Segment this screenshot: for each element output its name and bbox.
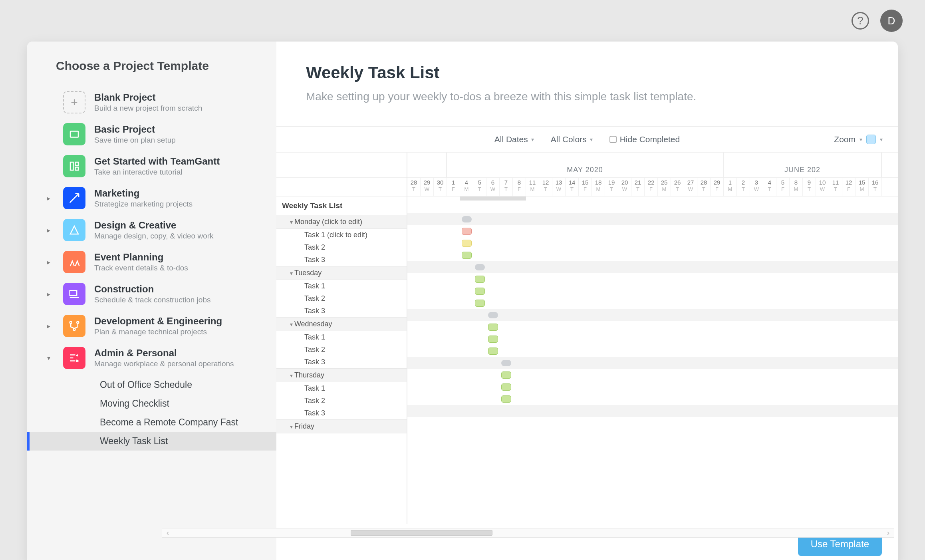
svg-rect-4 (70, 290, 77, 296)
task-row[interactable]: Task 1 (click to edit) (276, 229, 407, 241)
gantt-task-bar[interactable] (488, 336, 498, 343)
task-group-header[interactable]: Wednesday (276, 317, 407, 331)
task-row[interactable]: Task 2 (276, 344, 407, 356)
category-item-dev[interactable]: ▸Development & EngineeringPlan & manage … (27, 310, 276, 342)
date-scrubber[interactable] (460, 197, 526, 201)
svg-rect-0 (70, 131, 78, 137)
task-row[interactable]: Task 1 (276, 331, 407, 344)
avatar[interactable]: D (880, 10, 903, 32)
sidebar-title: Choose a Project Template (27, 59, 276, 86)
gantt-task-bar[interactable] (488, 324, 498, 331)
category-sub: Plan & manage technical projects (94, 328, 222, 336)
dev-icon (63, 315, 85, 337)
gantt-group-bar[interactable] (462, 216, 472, 222)
timeline-day: 26T (671, 178, 684, 196)
subtemplate-item[interactable]: Become a Remote Company Fast (27, 413, 276, 432)
task-row[interactable]: Task 2 (276, 292, 407, 305)
category-item-constr[interactable]: ▸ConstructionSchedule & track constructi… (27, 278, 276, 310)
filter-dates[interactable]: All Dates ▾ (494, 135, 534, 144)
category-item-basic[interactable]: Basic ProjectSave time on plan setup (27, 118, 276, 150)
category-item-event[interactable]: ▸Event PlanningTrack event details & to-… (27, 246, 276, 278)
category-sub: Save time on plan setup (94, 136, 176, 145)
avatar-initial: D (888, 15, 895, 27)
category-item-blank[interactable]: +Blank ProjectBuild a new project from s… (27, 86, 276, 118)
task-row[interactable]: Task 3 (276, 407, 407, 419)
task-group-header[interactable]: Friday (276, 419, 407, 433)
timeline-day: 27W (684, 178, 697, 196)
gantt-task-bar[interactable] (462, 252, 472, 259)
category-item-started[interactable]: Get Started with TeamGanttTake an intera… (27, 150, 276, 182)
gantt-task-bar[interactable] (501, 371, 511, 379)
timeline-day: 30T (434, 178, 447, 196)
help-icon[interactable]: ? (852, 12, 869, 30)
category-sub: Schedule & track construction jobs (94, 296, 211, 304)
gantt-task-bar[interactable] (501, 383, 511, 391)
subtemplate-item[interactable]: Out of Office Schedule (27, 375, 276, 394)
checkbox-icon (609, 136, 617, 143)
task-row[interactable]: Task 1 (276, 382, 407, 395)
timeline-day: 12F (842, 178, 856, 196)
chevron-right-icon: ▸ (47, 195, 50, 202)
gantt-task-bar[interactable] (475, 276, 485, 283)
filter-colors-label: All Colors (551, 135, 587, 144)
gantt-task-bar[interactable] (475, 300, 485, 307)
timeline-day: 10W (816, 178, 829, 196)
subtemplate-list: Out of Office ScheduleMoving ChecklistBe… (27, 374, 276, 454)
task-group-header[interactable]: Thursday (276, 368, 407, 382)
timeline-day: 29W (421, 178, 434, 196)
gantt-group-bar[interactable] (501, 360, 511, 366)
task-row[interactable]: Task 3 (276, 356, 407, 368)
timeline-day: 8F (513, 178, 526, 196)
template-title: Weekly Task List (306, 63, 868, 82)
main-panel: Weekly Task List Make setting up your we… (276, 42, 898, 560)
task-row[interactable]: Task 2 (276, 395, 407, 407)
timeline-day: 1F (447, 178, 460, 196)
timeline-day: 13W (552, 178, 566, 196)
hide-completed-toggle[interactable]: Hide Completed (609, 135, 680, 144)
task-row[interactable]: Task 3 (276, 305, 407, 317)
timeline-month (407, 153, 447, 177)
task-group-header[interactable]: Tuesday (276, 266, 407, 280)
zoom-control[interactable]: Zoom ▾ ▾ (834, 135, 883, 144)
subtemplate-item[interactable]: Moving Checklist (27, 394, 276, 413)
gantt-group-bar[interactable] (488, 312, 498, 318)
category-item-admin[interactable]: ▾Admin & PersonalManage workplace & pers… (27, 342, 276, 374)
gantt-left-title: Weekly Task List (276, 197, 407, 215)
task-group-header[interactable]: Monday (click to edit) (276, 215, 407, 229)
hide-completed-label: Hide Completed (620, 135, 680, 144)
category-sub: Build a new project from scratch (94, 104, 202, 113)
category-sub: Track event details & to-dos (94, 264, 188, 272)
timeline-day: 18M (592, 178, 605, 196)
filter-colors[interactable]: All Colors ▾ (551, 135, 593, 144)
gantt-group-bar[interactable] (475, 264, 485, 270)
timeline-day: 4T (763, 178, 776, 196)
category-name: Design & Creative (94, 220, 214, 231)
market-icon (63, 187, 85, 209)
category-name: Development & Engineering (94, 316, 222, 327)
gantt-task-bar[interactable] (475, 288, 485, 295)
gantt-task-bar[interactable] (488, 348, 498, 355)
category-name: Construction (94, 284, 211, 295)
gantt-task-bar[interactable] (462, 240, 472, 247)
category-name: Marketing (94, 188, 193, 199)
filter-dates-label: All Dates (494, 135, 528, 144)
timeline-rows (407, 197, 898, 417)
timeline-day: 15M (856, 178, 869, 196)
main-header: Weekly Task List Make setting up your we… (276, 42, 898, 114)
gantt-task-bar[interactable] (462, 228, 472, 235)
svg-rect-2 (75, 162, 79, 166)
category-item-market[interactable]: ▸MarketingStrategize marketing projects (27, 182, 276, 214)
template-description: Make setting up your weekly to-dos a bre… (306, 90, 868, 103)
svg-rect-1 (70, 162, 73, 170)
task-row[interactable]: Task 3 (276, 254, 407, 266)
svg-point-5 (70, 322, 72, 324)
task-row[interactable]: Task 1 (276, 280, 407, 292)
category-item-design[interactable]: ▸Design & CreativeManage design, copy, &… (27, 214, 276, 246)
gantt-task-bar[interactable] (501, 395, 511, 403)
zoom-label: Zoom (834, 135, 856, 144)
task-row[interactable]: Task 2 (276, 241, 407, 254)
gantt-timeline[interactable]: MAY 2020JUNE 202 28T29W30T1F4M5T6W7T8F11… (407, 153, 898, 524)
subtemplate-item[interactable]: Weekly Task List (27, 432, 276, 451)
timeline-day: 5F (776, 178, 790, 196)
basic-icon (63, 123, 85, 145)
